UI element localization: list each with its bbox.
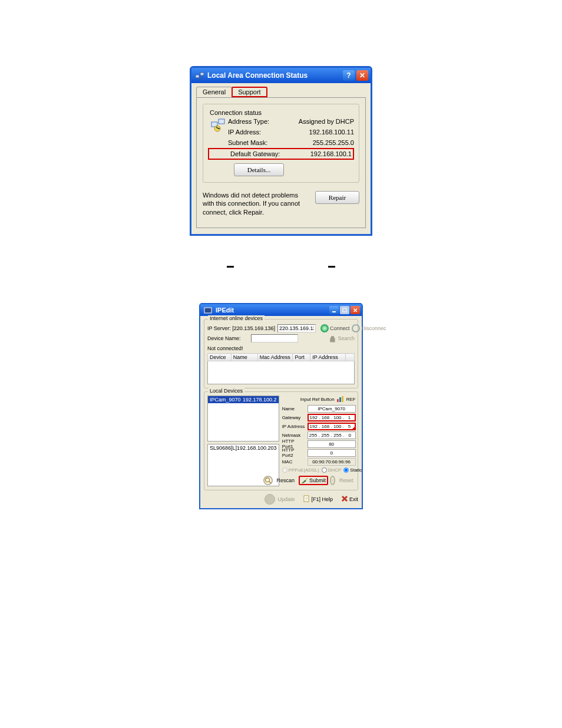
ip-server-label: IP Server: [220.135.169.136] bbox=[207, 325, 275, 331]
not-connected-label: Not connected! bbox=[207, 345, 243, 351]
up-arrow-button[interactable]: ↑ bbox=[330, 476, 335, 485]
col-name[interactable]: Name bbox=[231, 354, 257, 361]
submit-button[interactable]: Submit bbox=[299, 476, 328, 485]
help-button[interactable]: ? bbox=[343, 70, 355, 81]
ip-address-value: 192.168.100.11 bbox=[309, 129, 354, 136]
subnet-mask-label: Subnet Mask: bbox=[208, 139, 313, 146]
titlebar: IPEdit ✕ bbox=[200, 304, 362, 316]
tab-bar: General Support bbox=[191, 83, 371, 97]
subnet-mask-value: 255.255.255.0 bbox=[313, 139, 354, 146]
update-indicator-icon bbox=[265, 494, 275, 505]
col-ip[interactable]: IP Address bbox=[310, 354, 346, 361]
list-item[interactable]: IPCam_9070 192.178.100.2 bbox=[208, 396, 279, 403]
update-button: Update bbox=[277, 496, 295, 502]
input-ref-label: Input Ref Button bbox=[300, 397, 335, 402]
svg-rect-8 bbox=[337, 399, 339, 402]
chart-icon bbox=[336, 396, 345, 403]
connection-status-group: Connection status Address Type: Assigned… bbox=[203, 104, 359, 183]
window-title: Local Area Connection Status bbox=[207, 71, 341, 80]
mac-field: 00:90:70:66:96:96 bbox=[308, 458, 356, 466]
netmask-label: Netmask bbox=[282, 433, 306, 438]
connect-button[interactable]: Connect bbox=[320, 324, 350, 332]
col-device[interactable]: Device bbox=[208, 354, 232, 361]
netmask-field[interactable]: 255. 255. 255. 0 bbox=[308, 431, 356, 439]
rescan-button[interactable]: Rescan bbox=[275, 476, 297, 485]
svg-rect-3 bbox=[219, 119, 224, 124]
ipaddress-field[interactable]: 192. 168. 100. 5 bbox=[308, 423, 356, 430]
svg-point-11 bbox=[265, 478, 269, 482]
online-devices-group: Internet online devices IP Server: [220.… bbox=[204, 319, 358, 388]
minimize-button[interactable] bbox=[329, 306, 339, 314]
magnify-icon bbox=[263, 476, 273, 485]
default-gateway-label: Default Gateway: bbox=[210, 150, 310, 157]
app-icon bbox=[203, 305, 213, 315]
gateway-field[interactable]: 192. 168. 100. 1 bbox=[308, 414, 356, 421]
svg-rect-9 bbox=[339, 397, 341, 402]
help-icon: ? bbox=[303, 495, 310, 503]
online-devices-table: Device Name Mac Address Port IP Address bbox=[207, 353, 355, 384]
radio-static[interactable]: Static bbox=[343, 467, 362, 473]
radio-pppoe: PPPoE(ADSL) bbox=[282, 467, 319, 473]
svg-rect-1 bbox=[200, 73, 204, 75]
window-title: IPEdit bbox=[216, 307, 328, 314]
svg-rect-10 bbox=[342, 396, 343, 402]
tab-general[interactable]: General bbox=[196, 87, 232, 97]
http-port1-field[interactable]: 80 bbox=[308, 440, 356, 448]
col-mac[interactable]: Mac Address bbox=[257, 354, 293, 361]
close-button[interactable]: ✕ bbox=[351, 306, 360, 314]
disconnect-icon bbox=[352, 324, 360, 332]
ip-server-input[interactable] bbox=[277, 324, 316, 332]
svg-text:?: ? bbox=[305, 496, 308, 502]
default-gateway-row: Default Gateway: 192.168.100.1 bbox=[208, 148, 354, 160]
svg-rect-5 bbox=[204, 308, 211, 313]
local-list-1[interactable]: IPCam_9070 192.178.100.2 bbox=[207, 396, 279, 442]
radio-dhcp[interactable]: DHCP bbox=[322, 467, 342, 473]
search-button: Search bbox=[328, 334, 355, 342]
svg-rect-7 bbox=[343, 308, 346, 312]
network-icon bbox=[195, 71, 204, 80]
col-port[interactable]: Port bbox=[293, 354, 310, 361]
details-button[interactable]: Details... bbox=[234, 163, 284, 176]
titlebar: Local Area Connection Status ? ✕ bbox=[191, 68, 371, 83]
tab-support[interactable]: Support bbox=[232, 87, 267, 97]
group-legend: Internet online devices bbox=[208, 315, 265, 321]
connect-icon bbox=[320, 324, 329, 332]
ipedit-window: IPEdit ✕ Internet online devices IP Serv… bbox=[199, 303, 363, 509]
reset-button: Reset bbox=[337, 476, 356, 485]
svg-line-12 bbox=[269, 482, 270, 483]
repair-text: Windows did not detect problems with thi… bbox=[203, 191, 309, 216]
device-name-input[interactable] bbox=[251, 334, 298, 342]
submit-icon bbox=[301, 477, 308, 484]
help-button[interactable]: ? [F1] Help bbox=[303, 495, 333, 503]
ipaddress-label: IP Address bbox=[282, 424, 306, 429]
http-port2-field[interactable]: 0 bbox=[308, 449, 356, 457]
exit-icon bbox=[341, 495, 348, 503]
ref-button[interactable]: REF bbox=[346, 397, 356, 402]
connection-icon bbox=[210, 116, 226, 132]
maximize-button[interactable] bbox=[340, 306, 349, 314]
list-item[interactable]: SL90686[L] 192.168.100.203 bbox=[208, 444, 279, 452]
local-devices-group: Local Devices IPCam_9070 192.178.100.2 bbox=[204, 391, 358, 490]
close-button[interactable]: ✕ bbox=[356, 70, 368, 81]
address-type-value: Assigned by DHCP bbox=[299, 118, 354, 125]
spacer-bar bbox=[35, 259, 527, 274]
name-label: Name bbox=[282, 406, 306, 411]
connection-status-window: Local Area Connection Status ? ✕ General… bbox=[190, 66, 372, 236]
default-gateway-value: 192.168.100.1 bbox=[310, 150, 352, 157]
exit-button[interactable]: Exit bbox=[341, 495, 358, 503]
device-name-label: Device Name: bbox=[207, 335, 249, 341]
svg-rect-6 bbox=[332, 311, 336, 312]
lock-icon bbox=[328, 334, 336, 342]
tab-panel: Connection status Address Type: Assigned… bbox=[196, 97, 366, 228]
gateway-label: Gateway bbox=[282, 415, 306, 420]
repair-button[interactable]: Repair bbox=[315, 191, 359, 204]
name-field[interactable]: IPCam_9070 bbox=[308, 405, 356, 413]
disconnect-button: Disconnec bbox=[352, 324, 386, 332]
svg-rect-0 bbox=[196, 75, 199, 78]
group-legend: Local Devices bbox=[208, 388, 244, 394]
mac-label: MAC bbox=[282, 459, 306, 465]
http-port2-label: HTTP Port2 bbox=[282, 447, 306, 458]
